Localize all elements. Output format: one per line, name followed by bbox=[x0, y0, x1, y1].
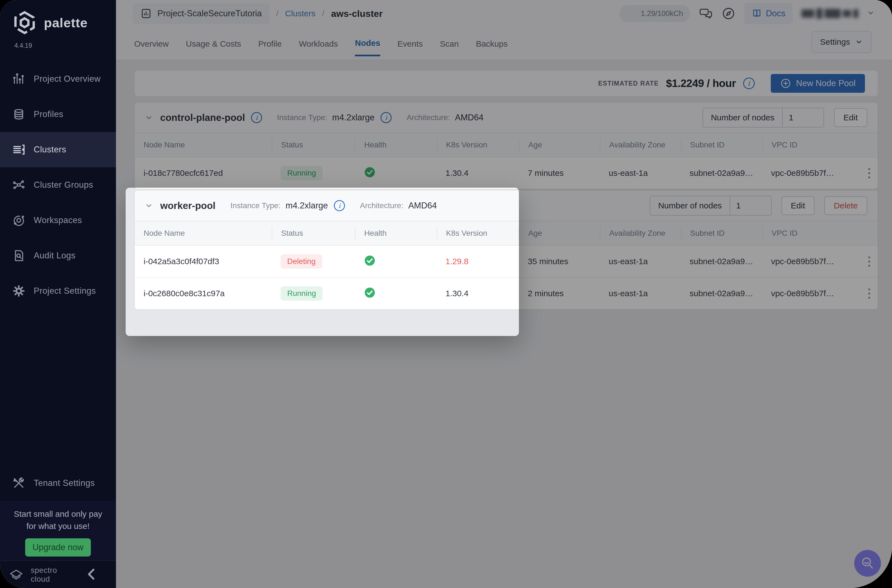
breadcrumb-project[interactable]: Project-ScaleSecureTutoria bbox=[132, 3, 270, 24]
document-search-icon bbox=[12, 249, 26, 262]
sidebar: palette 4.4.19 Project Overview Profiles… bbox=[0, 0, 116, 588]
sidebar-item-clusters[interactable]: Clusters bbox=[0, 132, 116, 167]
nodes-content: ESTIMATED RATE $1.2249 / hour i New Node… bbox=[116, 60, 892, 588]
sidebar-item-cluster-groups[interactable]: Cluster Groups bbox=[0, 167, 116, 202]
table-row: i-018c7780ecfc617ed Running 1.30.4 7 min… bbox=[135, 158, 878, 189]
tab-scan[interactable]: Scan bbox=[440, 32, 459, 56]
row-menu-icon[interactable] bbox=[861, 253, 877, 270]
app-window: palette 4.4.19 Project Overview Profiles… bbox=[0, 0, 892, 588]
breadcrumb-clusters-link[interactable]: Clusters bbox=[285, 9, 315, 18]
pool-name: control-plane-pool bbox=[160, 112, 245, 123]
brand-logo: palette bbox=[12, 10, 88, 35]
k8s-version: 1.30.4 bbox=[437, 289, 519, 298]
control-plane-pool-header: control-plane-pool i Instance Type: m4.2… bbox=[135, 103, 878, 132]
tab-overview[interactable]: Overview bbox=[134, 32, 169, 56]
tab-usage-costs[interactable]: Usage & Costs bbox=[186, 32, 241, 56]
edit-pool-button[interactable]: Edit bbox=[834, 108, 867, 127]
estimated-rate-label: ESTIMATED RATE bbox=[598, 80, 659, 87]
plus-circle-icon bbox=[780, 78, 791, 89]
availability-zone: us-east-1a bbox=[600, 289, 681, 298]
availability-zone: us-east-1a bbox=[600, 257, 681, 266]
tenant-section: Tenant Settings bbox=[0, 465, 116, 501]
k8s-version: 1.29.8 bbox=[437, 257, 519, 266]
rate-info-icon[interactable]: i bbox=[743, 78, 755, 89]
tab-profile[interactable]: Profile bbox=[258, 32, 282, 56]
usage-credits-pill[interactable]: 1.29/100kCh bbox=[619, 5, 690, 22]
sidebar-item-profiles[interactable]: Profiles bbox=[0, 97, 116, 132]
worker-pool-header: worker-pool Instance Type: m4.2xlarge i … bbox=[135, 190, 878, 221]
number-of-nodes-group: Number of nodes bbox=[703, 108, 824, 128]
node-age: 2 minutes bbox=[519, 289, 600, 298]
collapse-pool-icon[interactable] bbox=[145, 201, 153, 210]
edit-pool-button[interactable]: Edit bbox=[782, 196, 815, 215]
sidebar-item-project-overview[interactable]: Project Overview bbox=[0, 61, 116, 97]
subnet-id: subnet-02a9a9… bbox=[681, 289, 762, 298]
number-of-nodes-input[interactable] bbox=[730, 196, 771, 215]
health-ok-icon bbox=[364, 166, 376, 178]
redacted-username[interactable] bbox=[802, 8, 858, 19]
chat-icon[interactable] bbox=[699, 7, 713, 20]
gear-icon bbox=[12, 284, 26, 298]
breadcrumb-cluster-name: aws-cluster bbox=[331, 8, 383, 19]
node-age: 35 minutes bbox=[519, 257, 600, 266]
table-row: i-0c2680c0e8c31c97a Running 1.30.4 2 min… bbox=[135, 277, 878, 309]
tab-workloads[interactable]: Workloads bbox=[299, 32, 338, 56]
magnifier-smile-icon bbox=[860, 556, 875, 571]
upgrade-promo: Start small and only pay for what you us… bbox=[0, 501, 116, 560]
tab-backups[interactable]: Backups bbox=[476, 32, 508, 56]
layers-icon bbox=[12, 108, 26, 121]
row-menu-icon[interactable] bbox=[861, 165, 877, 182]
sidebar-item-audit-logs[interactable]: Audit Logs bbox=[0, 238, 116, 273]
topbar: Project-ScaleSecureTutoria / Clusters / … bbox=[116, 0, 892, 60]
account-caret-icon[interactable] bbox=[867, 9, 874, 18]
brand-name: palette bbox=[44, 15, 88, 30]
collapse-sidebar-icon[interactable] bbox=[75, 565, 101, 584]
delete-pool-button[interactable]: Delete bbox=[824, 196, 867, 215]
table-header-row: Node Name Status Health K8s Version Age … bbox=[135, 132, 878, 158]
sidebar-item-project-settings[interactable]: Project Settings bbox=[0, 273, 116, 309]
breadcrumb-separator: / bbox=[322, 9, 324, 18]
promo-text: Start small and only pay for what you us… bbox=[0, 508, 116, 532]
estimated-rate-value: $1.2249 / hour bbox=[666, 77, 736, 90]
breadcrumb-separator: / bbox=[276, 9, 278, 18]
health-ok-icon bbox=[364, 255, 376, 267]
pool-controls: Number of nodes Edit Delete bbox=[650, 196, 878, 216]
pool-controls: Number of nodes Edit bbox=[703, 108, 878, 128]
control-plane-pool-card: control-plane-pool i Instance Type: m4.2… bbox=[135, 103, 878, 188]
instance-type-info-icon[interactable]: i bbox=[381, 112, 392, 123]
node-name: i-0c2680c0e8c31c97a bbox=[135, 289, 272, 298]
node-name: i-042a5a3c0f4f07df3 bbox=[135, 257, 272, 266]
subnet-id: subnet-02a9a9… bbox=[681, 257, 762, 266]
docs-button[interactable]: Docs bbox=[744, 3, 793, 24]
number-of-nodes-group: Number of nodes bbox=[650, 196, 771, 216]
pool-info-icon[interactable]: i bbox=[251, 112, 262, 123]
sidebar-item-workspaces[interactable]: Workspaces bbox=[0, 202, 116, 238]
compass-icon[interactable] bbox=[722, 7, 736, 20]
spectro-cloud-logo-icon bbox=[8, 566, 25, 584]
search-feedback-fab[interactable] bbox=[854, 550, 881, 577]
row-menu-icon[interactable] bbox=[861, 285, 877, 302]
settings-button[interactable]: Settings bbox=[811, 31, 872, 53]
tab-events[interactable]: Events bbox=[397, 32, 423, 56]
availability-zone: us-east-1a bbox=[600, 168, 681, 178]
collapse-pool-icon[interactable] bbox=[145, 114, 153, 122]
cluster-tabs: Overview Usage & Costs Profile Workloads… bbox=[134, 32, 508, 56]
table-header-row: Node Name Status Health K8s Version Age … bbox=[135, 221, 878, 246]
upgrade-now-button[interactable]: Upgrade now bbox=[25, 538, 91, 556]
palette-logo-icon bbox=[12, 10, 37, 35]
node-name: i-018c7780ecfc617ed bbox=[135, 168, 272, 178]
status-badge: Deleting bbox=[281, 254, 322, 268]
estimated-rate-bar: ESTIMATED RATE $1.2249 / hour i New Node… bbox=[135, 70, 878, 96]
sidebar-item-tenant-settings[interactable]: Tenant Settings bbox=[0, 465, 116, 501]
status-badge: Running bbox=[281, 166, 323, 180]
orbit-icon bbox=[12, 214, 26, 227]
sidebar-nav: Project Overview Profiles Clusters Clust… bbox=[0, 61, 116, 309]
book-icon bbox=[751, 8, 762, 19]
number-of-nodes-input[interactable] bbox=[782, 108, 823, 127]
instance-type-info-icon[interactable]: i bbox=[334, 200, 345, 211]
sidebar-footer: spectro cloud bbox=[0, 560, 116, 588]
k8s-version: 1.30.4 bbox=[437, 168, 519, 178]
new-node-pool-button[interactable]: New Node Pool bbox=[771, 74, 865, 93]
tab-nodes[interactable]: Nodes bbox=[355, 32, 380, 56]
bar-chart-icon bbox=[12, 72, 26, 86]
